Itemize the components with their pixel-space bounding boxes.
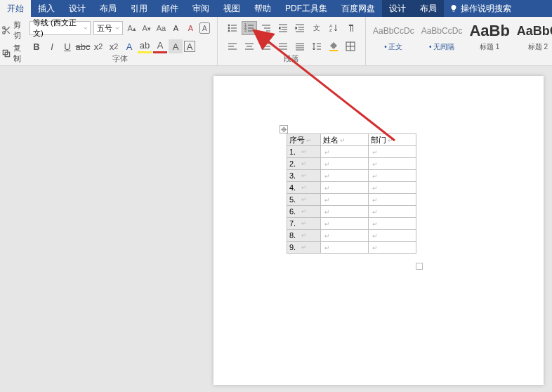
font-size-value: 五号 bbox=[97, 23, 112, 34]
style-heading1[interactable]: AaBb 标题 1 bbox=[469, 21, 509, 64]
table-resize-handle[interactable] bbox=[416, 263, 423, 270]
change-case-button[interactable]: Aa bbox=[155, 21, 167, 35]
table-cell[interactable]: ↵ bbox=[321, 146, 369, 158]
table-cell[interactable]: ↵ bbox=[369, 146, 416, 158]
align-justify-button[interactable] bbox=[275, 39, 291, 53]
text-effects-button[interactable]: A bbox=[122, 39, 136, 53]
subscript-button[interactable]: x2 bbox=[91, 39, 105, 53]
tab-baidu[interactable]: 百度网盘 bbox=[334, 0, 382, 17]
table-cell[interactable]: ↵ bbox=[321, 194, 369, 206]
table-cell[interactable]: ↵ bbox=[369, 206, 416, 218]
document-page[interactable]: ✥ 序号↵ 姓名↵ 部门↵ 1.↵ ↵ ↵ 2.↵ ↵ ↵ 3.↵ ↵ ↵ bbox=[213, 76, 544, 385]
table-row: 7.↵ ↵ ↵ bbox=[287, 218, 416, 230]
chevron-down-icon bbox=[84, 26, 88, 30]
tab-pdf[interactable]: PDF工具集 bbox=[278, 0, 334, 17]
table-cell[interactable]: ↵ bbox=[369, 158, 416, 170]
document-workspace: ✥ 序号↵ 姓名↵ 部门↵ 1.↵ ↵ ↵ 2.↵ ↵ ↵ 3.↵ ↵ ↵ bbox=[0, 66, 552, 392]
table-cell[interactable]: 4.↵ bbox=[287, 182, 321, 194]
table-cell[interactable]: ↵ bbox=[321, 242, 369, 254]
char-border-button[interactable]: A bbox=[184, 41, 195, 52]
table-cell[interactable]: 2.↵ bbox=[287, 158, 321, 170]
table-header-cell[interactable]: 序号↵ bbox=[287, 134, 321, 146]
tab-help[interactable]: 帮助 bbox=[247, 0, 278, 17]
table-cell[interactable]: ↵ bbox=[369, 230, 416, 242]
table-cell[interactable]: 3.↵ bbox=[287, 170, 321, 182]
table-header-cell[interactable]: 姓名↵ bbox=[321, 134, 369, 146]
table-header-cell[interactable]: 部门↵ bbox=[369, 134, 416, 146]
asian-layout-button[interactable]: 文 bbox=[309, 21, 324, 35]
table-cell[interactable]: 1.↵ bbox=[287, 146, 321, 158]
table-cell[interactable]: ↵ bbox=[321, 158, 369, 170]
superscript-button[interactable]: x2 bbox=[107, 39, 121, 53]
tab-mail[interactable]: 邮件 bbox=[155, 0, 185, 17]
underline-button[interactable]: U bbox=[60, 39, 74, 53]
font-color-button[interactable]: A bbox=[153, 39, 167, 53]
table-cell[interactable]: 8.↵ bbox=[287, 230, 321, 242]
align-center-button[interactable] bbox=[242, 39, 257, 53]
style-preview: AaBbCcDc bbox=[373, 21, 414, 41]
style-no-spacing[interactable]: AaBbCcDc • 无间隔 bbox=[421, 21, 463, 64]
grow-font-button[interactable]: A▴ bbox=[126, 21, 138, 35]
style-normal[interactable]: AaBbCcDc • 正文 bbox=[373, 21, 414, 64]
enclose-button[interactable]: A bbox=[199, 22, 210, 34]
bold-button[interactable]: B bbox=[29, 39, 44, 53]
phonetic-button[interactable]: A bbox=[170, 21, 182, 35]
document-table[interactable]: 序号↵ 姓名↵ 部门↵ 1.↵ ↵ ↵ 2.↵ ↵ ↵ 3.↵ ↵ ↵ 4.↵ bbox=[287, 133, 416, 254]
table-cell[interactable]: ↵ bbox=[369, 242, 416, 254]
tab-table-layout[interactable]: 布局 bbox=[413, 0, 444, 17]
increase-indent-button[interactable] bbox=[292, 21, 308, 35]
line-spacing-button[interactable] bbox=[309, 39, 324, 53]
font-group: 等线 (西文正文) 五号 A▴ A▾ Aa A A A B I U abc x2… bbox=[22, 17, 218, 65]
tab-table-design[interactable]: 设计 bbox=[382, 0, 413, 17]
char-shading-button[interactable]: A bbox=[169, 39, 183, 53]
table-cell[interactable]: ↵ bbox=[369, 170, 416, 182]
font-name-select[interactable]: 等线 (西文正文) bbox=[29, 21, 91, 35]
align-left-button[interactable] bbox=[225, 39, 240, 53]
shading-button[interactable] bbox=[326, 39, 341, 53]
table-cell[interactable]: ↵ bbox=[321, 170, 369, 182]
decrease-indent-button[interactable] bbox=[275, 21, 291, 35]
borders-button[interactable] bbox=[343, 39, 358, 53]
tab-design[interactable]: 设计 bbox=[62, 0, 93, 17]
table-cell[interactable]: 9.↵ bbox=[287, 242, 321, 254]
table-cell[interactable]: ↵ bbox=[321, 206, 369, 218]
table-row: 4.↵ ↵ ↵ bbox=[287, 182, 416, 194]
highlight-button[interactable]: ab bbox=[138, 39, 152, 53]
italic-button[interactable]: I bbox=[45, 39, 59, 53]
table-cell[interactable]: ↵ bbox=[321, 218, 369, 230]
table-cell[interactable]: 5.↵ bbox=[287, 194, 321, 206]
cut-button[interactable]: 剪切 bbox=[1, 20, 21, 41]
svg-point-8 bbox=[228, 30, 230, 32]
bullets-button[interactable] bbox=[225, 21, 240, 35]
style-label: • 无间隔 bbox=[421, 42, 463, 52]
tab-reference[interactable]: 引用 bbox=[124, 0, 155, 17]
table-cell[interactable]: 6.↵ bbox=[287, 206, 321, 218]
clear-format-button[interactable]: A bbox=[185, 21, 197, 35]
table-cell[interactable]: ↵ bbox=[369, 218, 416, 230]
multilevel-list-button[interactable] bbox=[258, 21, 274, 35]
font-name-value: 等线 (西文正文) bbox=[33, 18, 84, 39]
style-heading2[interactable]: AaBbC 标题 2 bbox=[517, 21, 552, 64]
sort-button[interactable]: AZ bbox=[326, 21, 341, 35]
align-distribute-button[interactable] bbox=[292, 39, 308, 53]
tab-layout[interactable]: 布局 bbox=[93, 0, 124, 17]
font-size-select[interactable]: 五号 bbox=[93, 21, 123, 35]
show-marks-button[interactable] bbox=[343, 21, 358, 35]
table-cell[interactable]: ↵ bbox=[369, 182, 416, 194]
table-header-row: 序号↵ 姓名↵ 部门↵ bbox=[287, 134, 416, 146]
tab-review[interactable]: 审阅 bbox=[185, 0, 216, 17]
align-right-button[interactable] bbox=[258, 39, 274, 53]
tell-me-search[interactable]: 操作说明搜索 bbox=[449, 3, 511, 15]
tab-start[interactable]: 开始 bbox=[0, 0, 31, 17]
table-cell[interactable]: ↵ bbox=[369, 194, 416, 206]
table-cell[interactable]: ↵ bbox=[321, 182, 369, 194]
shrink-font-button[interactable]: A▾ bbox=[140, 21, 152, 35]
copy-button[interactable]: 复制 bbox=[1, 43, 21, 64]
tab-view[interactable]: 视图 bbox=[216, 0, 247, 17]
tab-insert[interactable]: 插入 bbox=[31, 0, 62, 17]
table-cell[interactable]: 7.↵ bbox=[287, 218, 321, 230]
strikethrough-button[interactable]: abc bbox=[76, 39, 90, 53]
table-anchor-handle[interactable]: ✥ bbox=[280, 125, 288, 133]
numbering-button[interactable]: 123 bbox=[242, 21, 257, 35]
table-cell[interactable]: ↵ bbox=[321, 230, 369, 242]
